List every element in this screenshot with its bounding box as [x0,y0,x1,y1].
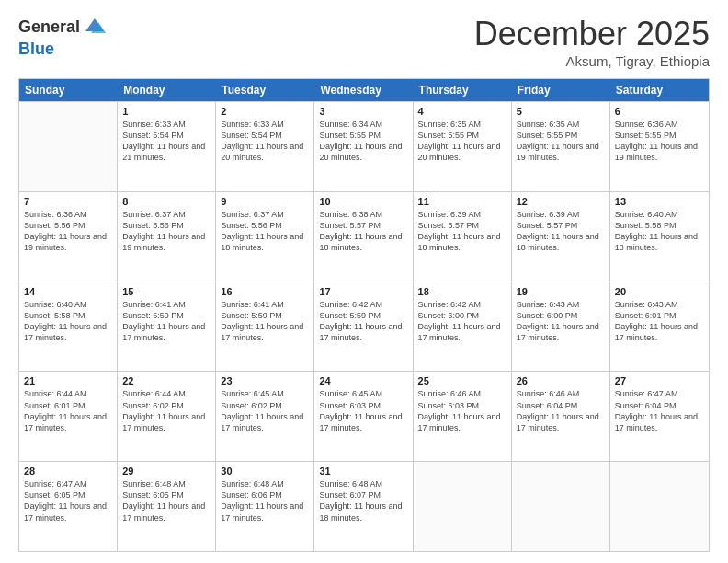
calendar-cell [19,102,118,191]
cell-info: Sunrise: 6:37 AMSunset: 5:56 PMDaylight:… [122,209,210,254]
cell-info: Sunrise: 6:46 AMSunset: 6:03 PMDaylight:… [418,388,506,433]
calendar-cell: 7Sunrise: 6:36 AMSunset: 5:56 PMDaylight… [19,192,118,282]
day-number: 26 [517,375,605,386]
calendar-cell: 22Sunrise: 6:44 AMSunset: 6:02 PMDayligh… [118,372,216,461]
calendar-cell: 12Sunrise: 6:39 AMSunset: 5:57 PMDayligh… [512,192,610,282]
calendar-cell: 24Sunrise: 6:45 AMSunset: 6:03 PMDayligh… [314,372,413,461]
weekday-header: Sunday [19,79,118,101]
calendar-cell: 9Sunrise: 6:37 AMSunset: 5:56 PMDaylight… [216,192,314,282]
day-number: 8 [122,196,210,207]
day-number: 12 [517,196,605,207]
day-number: 13 [615,196,704,207]
cell-info: Sunrise: 6:48 AMSunset: 6:05 PMDaylight:… [122,478,210,523]
calendar-cell: 19Sunrise: 6:43 AMSunset: 6:00 PMDayligh… [512,282,610,372]
cell-info: Sunrise: 6:47 AMSunset: 6:04 PMDaylight:… [615,388,704,433]
weekday-header: Thursday [414,79,512,101]
cell-info: Sunrise: 6:37 AMSunset: 5:56 PMDaylight:… [221,209,309,254]
cell-info: Sunrise: 6:33 AMSunset: 5:54 PMDaylight:… [122,119,210,164]
cell-info: Sunrise: 6:38 AMSunset: 5:57 PMDaylight:… [319,209,407,254]
day-number: 30 [221,465,309,477]
calendar-cell: 6Sunrise: 6:36 AMSunset: 5:55 PMDaylight… [610,102,709,191]
day-number: 23 [221,375,309,386]
cell-info: Sunrise: 6:43 AMSunset: 6:01 PMDaylight:… [615,299,704,344]
day-number: 3 [319,106,407,117]
header: General Blue December 2025 Aksum, Tigray… [18,15,710,69]
day-number: 17 [319,286,407,297]
day-number: 5 [517,106,605,117]
calendar-cell [414,462,512,551]
calendar-cell: 15Sunrise: 6:41 AMSunset: 5:59 PMDayligh… [118,282,216,372]
calendar: SundayMondayTuesdayWednesdayThursdayFrid… [18,78,710,552]
cell-info: Sunrise: 6:41 AMSunset: 5:59 PMDaylight:… [122,299,210,344]
calendar-cell: 18Sunrise: 6:42 AMSunset: 6:00 PMDayligh… [414,282,512,372]
title-block: December 2025 Aksum, Tigray, Ethiopia [474,15,710,69]
calendar-cell: 8Sunrise: 6:37 AMSunset: 5:56 PMDaylight… [118,192,216,282]
logo: General Blue [18,15,108,59]
cell-info: Sunrise: 6:35 AMSunset: 5:55 PMDaylight:… [418,119,506,164]
day-number: 1 [122,106,210,117]
cell-info: Sunrise: 6:34 AMSunset: 5:55 PMDaylight:… [319,119,407,164]
calendar-cell: 13Sunrise: 6:40 AMSunset: 5:58 PMDayligh… [610,192,709,282]
day-number: 15 [122,286,210,297]
day-number: 22 [122,375,210,386]
day-number: 6 [615,106,704,117]
cell-info: Sunrise: 6:39 AMSunset: 5:57 PMDaylight:… [418,209,506,254]
weekday-header: Wednesday [314,79,413,101]
day-number: 9 [221,196,309,207]
calendar-row: 28Sunrise: 6:47 AMSunset: 6:05 PMDayligh… [19,461,709,551]
cell-info: Sunrise: 6:48 AMSunset: 6:07 PMDaylight:… [319,478,407,523]
cell-info: Sunrise: 6:42 AMSunset: 5:59 PMDaylight:… [319,299,407,344]
cell-info: Sunrise: 6:44 AMSunset: 6:01 PMDaylight:… [24,388,112,433]
cell-info: Sunrise: 6:35 AMSunset: 5:55 PMDaylight:… [517,119,605,164]
calendar-header: SundayMondayTuesdayWednesdayThursdayFrid… [19,79,709,101]
calendar-cell: 14Sunrise: 6:40 AMSunset: 5:58 PMDayligh… [19,282,118,372]
day-number: 21 [24,375,112,386]
cell-info: Sunrise: 6:45 AMSunset: 6:03 PMDaylight:… [319,388,407,433]
calendar-cell [610,462,709,551]
day-number: 16 [221,286,309,297]
cell-info: Sunrise: 6:40 AMSunset: 5:58 PMDaylight:… [615,209,704,254]
cell-info: Sunrise: 6:42 AMSunset: 6:00 PMDaylight:… [418,299,506,344]
calendar-cell: 21Sunrise: 6:44 AMSunset: 6:01 PMDayligh… [19,372,118,461]
calendar-cell: 31Sunrise: 6:48 AMSunset: 6:07 PMDayligh… [314,462,413,551]
page: General Blue December 2025 Aksum, Tigray… [0,0,728,563]
day-number: 4 [418,106,506,117]
weekday-header: Friday [512,79,610,101]
calendar-cell: 2Sunrise: 6:33 AMSunset: 5:54 PMDaylight… [216,102,314,191]
weekday-header: Monday [118,79,216,101]
calendar-cell: 5Sunrise: 6:35 AMSunset: 5:55 PMDaylight… [512,102,610,191]
cell-info: Sunrise: 6:33 AMSunset: 5:54 PMDaylight:… [221,119,309,164]
day-number: 24 [319,375,407,386]
cell-info: Sunrise: 6:46 AMSunset: 6:04 PMDaylight:… [517,388,605,433]
calendar-cell: 28Sunrise: 6:47 AMSunset: 6:05 PMDayligh… [19,462,118,551]
cell-info: Sunrise: 6:43 AMSunset: 6:00 PMDaylight:… [517,299,605,344]
cell-info: Sunrise: 6:39 AMSunset: 5:57 PMDaylight:… [517,209,605,254]
calendar-cell: 11Sunrise: 6:39 AMSunset: 5:57 PMDayligh… [414,192,512,282]
logo-blue: Blue [18,40,108,59]
calendar-cell: 17Sunrise: 6:42 AMSunset: 5:59 PMDayligh… [314,282,413,372]
calendar-body: 1Sunrise: 6:33 AMSunset: 5:54 PMDaylight… [19,101,709,551]
day-number: 2 [221,106,309,117]
logo-icon [82,15,108,40]
day-number: 10 [319,196,407,207]
day-number: 28 [24,465,112,477]
calendar-row: 21Sunrise: 6:44 AMSunset: 6:01 PMDayligh… [19,371,709,461]
calendar-cell: 30Sunrise: 6:48 AMSunset: 6:06 PMDayligh… [216,462,314,551]
calendar-row: 14Sunrise: 6:40 AMSunset: 5:58 PMDayligh… [19,282,709,372]
calendar-cell: 1Sunrise: 6:33 AMSunset: 5:54 PMDaylight… [118,102,216,191]
cell-info: Sunrise: 6:47 AMSunset: 6:05 PMDaylight:… [24,478,112,523]
calendar-row: 1Sunrise: 6:33 AMSunset: 5:54 PMDaylight… [19,101,709,191]
cell-info: Sunrise: 6:44 AMSunset: 6:02 PMDaylight:… [122,388,210,433]
day-number: 14 [24,286,112,297]
month-title: December 2025 [474,15,710,53]
cell-info: Sunrise: 6:48 AMSunset: 6:06 PMDaylight:… [221,478,309,523]
day-number: 11 [418,196,506,207]
calendar-cell: 23Sunrise: 6:45 AMSunset: 6:02 PMDayligh… [216,372,314,461]
calendar-cell: 16Sunrise: 6:41 AMSunset: 5:59 PMDayligh… [216,282,314,372]
day-number: 7 [24,196,112,207]
calendar-cell: 27Sunrise: 6:47 AMSunset: 6:04 PMDayligh… [610,372,709,461]
day-number: 25 [418,375,506,386]
cell-info: Sunrise: 6:36 AMSunset: 5:56 PMDaylight:… [24,209,112,254]
day-number: 29 [122,465,210,477]
calendar-cell: 10Sunrise: 6:38 AMSunset: 5:57 PMDayligh… [314,192,413,282]
